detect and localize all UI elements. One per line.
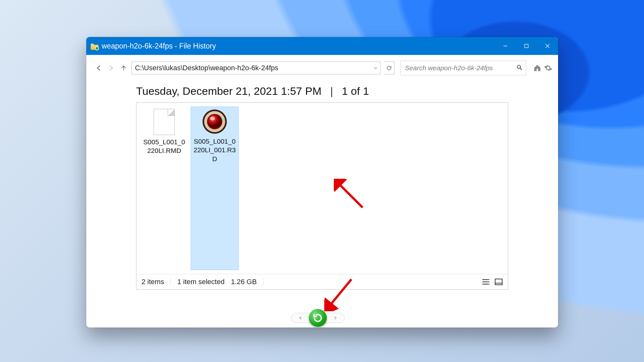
details-view-icon[interactable] xyxy=(482,278,490,285)
address-dropdown-icon[interactable] xyxy=(371,62,380,74)
svg-point-9 xyxy=(208,115,221,128)
back-button[interactable] xyxy=(94,63,103,73)
thumbnails-view-icon[interactable] xyxy=(494,278,503,285)
file-generic-icon xyxy=(154,109,175,135)
svg-rect-14 xyxy=(495,279,502,285)
selection-count: 1 item selected xyxy=(177,278,225,286)
file-name: S005_L001_0220LI_001.R3D xyxy=(192,137,237,163)
forward-button[interactable] xyxy=(106,63,116,73)
file-item[interactable]: S005_L001_0220LI.RMD xyxy=(140,107,188,270)
status-bar: 2 items 1 item selected 1.26 GB xyxy=(136,274,508,289)
file-list-container: S005_L001_0220LI.RMD S005_L001_0 xyxy=(136,102,508,290)
address-bar[interactable] xyxy=(131,62,380,74)
svg-point-10 xyxy=(210,117,215,120)
svg-point-4 xyxy=(517,65,520,68)
minimize-button[interactable] xyxy=(495,37,516,55)
selection-size: 1.26 GB xyxy=(231,278,257,286)
version-header: Tuesday, December 21, 2021 1:57 PM | 1 o… xyxy=(86,77,558,102)
file-history-window: weapon-h2o-6k-24fps - File History xyxy=(86,37,558,328)
window-title: weapon-h2o-6k-24fps - File History xyxy=(102,42,216,50)
file-grid[interactable]: S005_L001_0220LI.RMD S005_L001_0 xyxy=(136,103,508,274)
file-name: S005_L001_0220LI.RMD xyxy=(142,138,187,155)
search-input[interactable] xyxy=(405,64,516,72)
home-icon[interactable] xyxy=(533,63,542,73)
up-button[interactable] xyxy=(119,63,128,73)
search-box[interactable] xyxy=(400,61,526,75)
file-red-icon xyxy=(202,109,227,134)
titlebar[interactable]: weapon-h2o-6k-24fps - File History xyxy=(86,37,558,55)
version-nav xyxy=(291,312,354,324)
version-timestamp: Tuesday, December 21, 2021 1:57 PM xyxy=(136,85,321,97)
maximize-button[interactable] xyxy=(516,37,537,55)
path-input[interactable] xyxy=(132,64,371,72)
folder-history-icon xyxy=(91,42,98,50)
close-button[interactable] xyxy=(537,37,558,55)
svg-rect-1 xyxy=(525,44,528,48)
file-item-selected[interactable]: S005_L001_0220LI_001.R3D xyxy=(191,107,239,270)
settings-gear-icon[interactable] xyxy=(543,63,553,73)
version-page: 1 of 1 xyxy=(342,85,369,97)
search-icon[interactable] xyxy=(516,64,523,72)
refresh-button[interactable] xyxy=(384,62,394,74)
svg-line-5 xyxy=(520,68,522,70)
item-count: 2 items xyxy=(142,278,164,286)
restore-button[interactable] xyxy=(309,309,327,327)
navigation-toolbar xyxy=(86,55,558,77)
